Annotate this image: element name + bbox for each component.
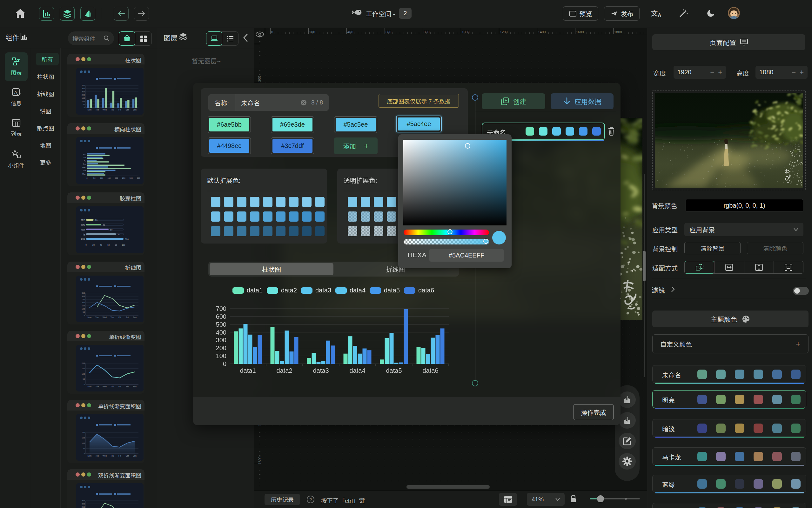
svg-text:data6: data6 <box>422 367 438 374</box>
svg-text:200: 200 <box>82 94 85 96</box>
svg-text:350: 350 <box>137 177 140 179</box>
svg-text:200: 200 <box>82 362 85 364</box>
svg-text:50: 50 <box>83 103 85 105</box>
svg-text:200: 200 <box>115 177 119 179</box>
svg-text:20: 20 <box>92 244 95 246</box>
svg-text:100: 100 <box>82 100 85 102</box>
svg-text:Sat: Sat <box>126 385 129 388</box>
svg-text:Wed: Wed <box>102 385 107 388</box>
svg-text:0: 0 <box>223 361 226 367</box>
svg-text:150: 150 <box>82 368 85 370</box>
svg-text:300: 300 <box>82 503 85 505</box>
svg-text:300: 300 <box>82 295 85 297</box>
svg-text:Sun: Sun <box>133 455 136 457</box>
svg-text:200: 200 <box>216 344 226 351</box>
svg-text:Tue: Tue <box>83 170 86 171</box>
svg-text:500: 500 <box>216 321 226 328</box>
svg-text:150: 150 <box>82 97 85 99</box>
svg-text:150: 150 <box>107 177 111 179</box>
svg-text:Wed: Wed <box>102 316 107 319</box>
svg-text:0: 0 <box>84 314 85 316</box>
svg-text:0: 0 <box>84 453 85 455</box>
svg-text:50: 50 <box>83 311 85 313</box>
svg-text:Thu: Thu <box>110 455 114 457</box>
svg-text:100: 100 <box>100 177 103 179</box>
svg-text:Fri: Fri <box>119 316 121 319</box>
svg-text:data1: data1 <box>240 367 256 374</box>
svg-text:Mon: Mon <box>88 109 92 111</box>
svg-text:200: 200 <box>82 302 85 303</box>
svg-text:Tue: Tue <box>95 455 99 457</box>
svg-text:300: 300 <box>82 88 85 89</box>
svg-text:Tue: Tue <box>95 109 99 111</box>
svg-text:Fri: Fri <box>119 385 121 388</box>
svg-text:Wed: Wed <box>82 166 86 168</box>
svg-text:Sun: Sun <box>83 153 86 155</box>
svg-text:350: 350 <box>82 292 85 294</box>
svg-text:100: 100 <box>122 244 125 246</box>
svg-text:data5: data5 <box>386 367 402 374</box>
svg-text:Sat: Sat <box>126 316 129 319</box>
svg-text:Sun: Sun <box>133 316 136 319</box>
svg-text:北京: 北京 <box>81 228 85 231</box>
svg-text:Mon: Mon <box>88 385 92 388</box>
svg-text:Fri: Fri <box>119 109 121 111</box>
svg-text:Wed: Wed <box>102 455 107 457</box>
svg-text:100: 100 <box>125 238 129 240</box>
svg-text:data2: data2 <box>276 367 292 374</box>
svg-text:350: 350 <box>82 84 85 86</box>
svg-text:Mon: Mon <box>88 316 92 319</box>
svg-text:Mon: Mon <box>82 173 86 175</box>
svg-text:150: 150 <box>82 305 85 307</box>
svg-text:100: 100 <box>82 442 85 444</box>
svg-text:0: 0 <box>84 384 85 385</box>
svg-text:100: 100 <box>82 373 85 375</box>
svg-text:40: 40 <box>102 224 105 226</box>
svg-text:250: 250 <box>82 91 85 93</box>
svg-text:Tue: Tue <box>95 316 99 319</box>
svg-text:700: 700 <box>216 305 226 312</box>
svg-text:50: 50 <box>83 448 85 449</box>
svg-text:350: 350 <box>82 500 85 502</box>
svg-text:0: 0 <box>84 107 85 109</box>
svg-text:60: 60 <box>107 244 110 246</box>
svg-text:Thu: Thu <box>110 316 114 319</box>
svg-text:50: 50 <box>83 378 85 380</box>
svg-text:新疆: 新疆 <box>81 238 85 241</box>
svg-text:250: 250 <box>122 177 126 179</box>
svg-text:data3: data3 <box>313 367 329 374</box>
svg-text:150: 150 <box>82 437 85 439</box>
svg-text:400: 400 <box>216 329 226 336</box>
svg-text:Thu: Thu <box>110 109 114 111</box>
svg-text:100: 100 <box>216 352 226 359</box>
svg-text:20: 20 <box>95 219 98 221</box>
svg-text:40: 40 <box>100 244 102 246</box>
svg-text:Sat: Sat <box>126 455 129 457</box>
svg-text:250: 250 <box>82 506 85 508</box>
svg-text:0: 0 <box>85 244 87 246</box>
svg-text:Mon: Mon <box>88 455 92 457</box>
svg-text:Fri: Fri <box>119 455 121 457</box>
svg-text:Thu: Thu <box>83 163 86 165</box>
svg-text:Tue: Tue <box>95 385 99 388</box>
svg-text:200: 200 <box>82 431 85 433</box>
svg-text:Wed: Wed <box>102 109 107 111</box>
svg-text:Sat: Sat <box>126 109 129 111</box>
svg-text:南阳: 南阳 <box>81 223 85 226</box>
svg-text:80: 80 <box>118 234 120 236</box>
svg-text:300: 300 <box>130 177 133 179</box>
svg-text:上海: 上海 <box>81 233 85 236</box>
svg-text:300: 300 <box>216 337 226 343</box>
svg-text:600: 600 <box>216 313 226 320</box>
svg-text:Sun: Sun <box>133 385 136 388</box>
svg-text:250: 250 <box>82 298 85 300</box>
svg-text:厦门: 厦门 <box>81 218 85 222</box>
svg-text:100: 100 <box>82 308 85 310</box>
svg-text:Fri: Fri <box>84 160 86 162</box>
svg-text:Sun: Sun <box>133 109 136 111</box>
svg-text:data4: data4 <box>349 367 365 374</box>
svg-text:Thu: Thu <box>110 385 114 388</box>
svg-text:Sat: Sat <box>83 157 86 159</box>
svg-text:80: 80 <box>115 244 118 246</box>
svg-text:60: 60 <box>110 228 113 231</box>
